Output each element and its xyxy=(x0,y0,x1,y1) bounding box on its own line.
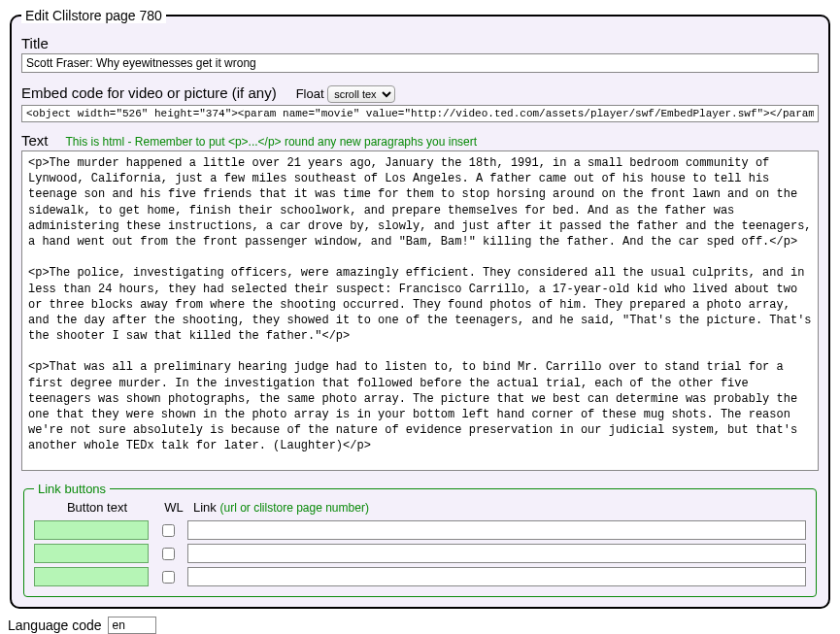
wl-checkbox[interactable] xyxy=(162,571,175,584)
link-row xyxy=(34,542,806,565)
link-buttons-legend: Link buttons xyxy=(34,482,110,496)
bottom-bar: Language code Learner level (CEFR) Unspe… xyxy=(8,615,832,634)
button-text-input[interactable] xyxy=(34,544,149,563)
embed-label: Embed code for video or picture (if any) xyxy=(21,84,277,101)
link-header-button: Button text xyxy=(40,500,154,515)
text-hint: This is html - Remember to put <p>...</p… xyxy=(66,135,478,149)
button-text-input[interactable] xyxy=(34,567,149,586)
wl-checkbox[interactable] xyxy=(162,548,175,560)
link-row xyxy=(34,518,806,542)
button-text-input[interactable] xyxy=(34,520,149,540)
link-header-wl: WL xyxy=(162,500,185,515)
text-label: Text xyxy=(21,132,49,149)
link-row xyxy=(34,565,806,588)
page-legend: Edit Clilstore page 780 xyxy=(21,8,166,23)
link-url-input[interactable] xyxy=(187,520,806,540)
link-buttons-fieldset: Link buttons Button text WL Link (url or… xyxy=(23,482,817,597)
link-header-link: Link (url or clilstore page number) xyxy=(193,500,806,515)
edit-page-fieldset: Edit Clilstore page 780 Title Embed code… xyxy=(10,8,830,609)
link-url-input[interactable] xyxy=(187,567,806,586)
float-select[interactable]: scroll tex xyxy=(327,85,395,103)
wl-checkbox[interactable] xyxy=(162,524,175,537)
embed-code-input[interactable] xyxy=(21,105,819,122)
float-label: Float xyxy=(296,86,324,101)
link-url-input[interactable] xyxy=(187,544,806,563)
body-textarea[interactable]: <p>The murder happened a little over 21 … xyxy=(21,150,819,471)
title-input[interactable] xyxy=(21,53,819,73)
language-label: Language code xyxy=(8,617,102,633)
title-label: Title xyxy=(21,35,819,51)
language-input[interactable] xyxy=(108,617,156,634)
